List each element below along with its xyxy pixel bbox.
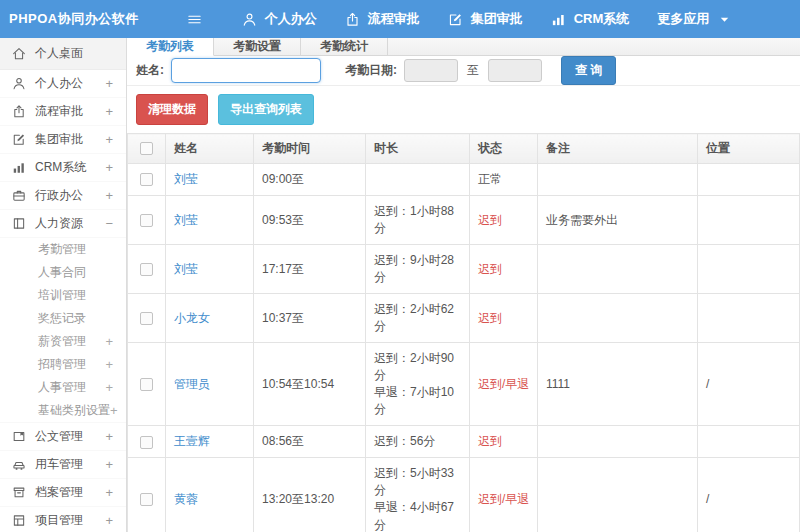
row-select-cell xyxy=(128,458,166,532)
topnav-item[interactable]: CRM系统 xyxy=(537,0,644,38)
employee-name-link[interactable]: 管理员 xyxy=(174,377,210,391)
chart-icon xyxy=(551,11,567,27)
employee-name-link[interactable]: 黄蓉 xyxy=(174,492,198,506)
name-filter-input[interactable] xyxy=(171,58,321,83)
date-filter-label: 考勤日期: xyxy=(345,62,397,79)
location-cell xyxy=(698,196,800,245)
sidebar-subitem[interactable]: 考勤管理 xyxy=(0,238,126,261)
expand-indicator: + xyxy=(105,132,113,147)
tab-bar: 考勤列表考勤设置考勤统计 xyxy=(127,38,800,56)
sidebar-subgroup: 考勤管理人事合同培训管理奖惩记录薪资管理+招聘管理+人事管理+基础类别设置+ xyxy=(0,238,126,423)
export-list-button[interactable]: 导出查询列表 xyxy=(218,94,314,125)
clean-data-button[interactable]: 清理数据 xyxy=(136,94,208,125)
row-checkbox[interactable] xyxy=(140,214,153,227)
sidebar-item-label: CRM系统 xyxy=(35,159,105,176)
tab-考勤列表[interactable]: 考勤列表 xyxy=(127,38,214,56)
sidebar-item[interactable]: 行政办公+ xyxy=(0,182,126,210)
note-cell xyxy=(538,164,698,196)
topnav-item[interactable]: 更多应用 xyxy=(643,0,746,38)
search-button[interactable]: 查 询 xyxy=(561,56,616,85)
row-checkbox[interactable] xyxy=(140,312,153,325)
expand-indicator: + xyxy=(105,485,113,500)
edit-icon xyxy=(12,133,26,147)
sidebar-item[interactable]: 公文管理+ xyxy=(0,423,126,451)
table-row: 刘莹17:17至迟到：9小时28分迟到 xyxy=(128,245,800,294)
sidebar-item-label: 公文管理 xyxy=(35,428,105,445)
expand-indicator: + xyxy=(105,160,113,175)
row-checkbox[interactable] xyxy=(140,378,153,391)
employee-name-link[interactable]: 刘莹 xyxy=(174,213,198,227)
date-to-input[interactable] xyxy=(488,59,542,82)
employee-name-link[interactable]: 王壹辉 xyxy=(174,434,210,448)
row-checkbox[interactable] xyxy=(140,173,153,186)
expand-indicator: + xyxy=(105,457,113,472)
table-body: 刘莹09:00至正常刘莹09:53至迟到：1小时88分迟到业务需要外出刘莹17:… xyxy=(128,164,800,532)
sidebar-subitem[interactable]: 招聘管理+ xyxy=(0,353,126,376)
attendance-table: 姓名考勤时间时长状态备注位置 刘莹09:00至正常刘莹09:53至迟到：1小时8… xyxy=(127,133,800,532)
time-cell: 09:00至 xyxy=(254,164,366,196)
location-cell: / xyxy=(698,343,800,426)
date-from-input[interactable] xyxy=(404,59,458,82)
duration-cell: 迟到：1小时88分 xyxy=(366,196,470,245)
sidebar-item[interactable]: 个人桌面 xyxy=(0,38,126,70)
sidebar-subitem[interactable]: 奖惩记录 xyxy=(0,307,126,330)
sidebar-subitem[interactable]: 基础类别设置+ xyxy=(0,399,126,422)
sidebar-item[interactable]: 流程审批+ xyxy=(0,98,126,126)
topnav-item[interactable]: 个人办公 xyxy=(228,0,331,38)
topnav-item-label: 集团审批 xyxy=(471,10,523,28)
row-checkbox[interactable] xyxy=(140,436,153,449)
row-checkbox[interactable] xyxy=(140,263,153,276)
employee-name-link[interactable]: 刘莹 xyxy=(174,262,198,276)
employee-name-link[interactable]: 小龙女 xyxy=(174,311,210,325)
action-bar: 清理数据 导出查询列表 xyxy=(127,86,800,133)
tab-考勤统计[interactable]: 考勤统计 xyxy=(301,38,388,55)
sidebar-subitem-label: 培训管理 xyxy=(38,287,113,304)
row-checkbox[interactable] xyxy=(140,493,153,506)
status-cell: 正常 xyxy=(470,164,538,196)
sidebar-subitem[interactable]: 培训管理 xyxy=(0,284,126,307)
hamburger-icon[interactable] xyxy=(187,12,202,27)
name-cell: 管理员 xyxy=(166,343,254,426)
topnav-item[interactable]: 集团审批 xyxy=(434,0,537,38)
sidebar-item[interactable]: 项目管理+ xyxy=(0,507,126,532)
status-cell: 迟到 xyxy=(470,426,538,458)
column-header: 状态 xyxy=(470,134,538,164)
table-row: 刘莹09:53至迟到：1小时88分迟到业务需要外出 xyxy=(128,196,800,245)
sidebar-subitem[interactable]: 人事合同 xyxy=(0,261,126,284)
name-cell: 王壹辉 xyxy=(166,426,254,458)
table-row: 刘莹09:00至正常 xyxy=(128,164,800,196)
name-filter-label: 姓名: xyxy=(136,62,164,79)
sidebar-subitem[interactable]: 人事管理+ xyxy=(0,376,126,399)
sidebar-subitem[interactable]: 薪资管理+ xyxy=(0,330,126,353)
column-header: 姓名 xyxy=(166,134,254,164)
expand-indicator: + xyxy=(105,76,113,91)
tab-考勤设置[interactable]: 考勤设置 xyxy=(214,38,301,55)
topnav-item-label: 流程审批 xyxy=(368,10,420,28)
topnav-item-label: 更多应用 xyxy=(657,10,709,28)
sidebar-item[interactable]: 集团审批+ xyxy=(0,126,126,154)
time-cell: 17:17至 xyxy=(254,245,366,294)
home-icon xyxy=(12,47,26,61)
sidebar-item[interactable]: CRM系统+ xyxy=(0,154,126,182)
sidebar-item[interactable]: 档案管理+ xyxy=(0,479,126,507)
workflow-icon xyxy=(12,105,26,119)
sidebar-item[interactable]: 用车管理+ xyxy=(0,451,126,479)
row-select-cell xyxy=(128,426,166,458)
time-cell: 09:53至 xyxy=(254,196,366,245)
select-all-checkbox[interactable] xyxy=(140,142,153,155)
caret-down-icon xyxy=(716,11,732,27)
sidebar-item[interactable]: 个人办公+ xyxy=(0,70,126,98)
sidebar-subitem-label: 人事合同 xyxy=(38,264,113,281)
table-header-row: 姓名考勤时间时长状态备注位置 xyxy=(128,134,800,164)
topnav-item[interactable]: 流程审批 xyxy=(331,0,434,38)
duration-cell: 迟到：5小时33分 早退：4小时67分 xyxy=(366,458,470,532)
archive-icon xyxy=(12,486,26,500)
table-row: 王壹辉08:56至迟到：56分迟到 xyxy=(128,426,800,458)
sidebar-item[interactable]: 人力资源− xyxy=(0,210,126,238)
expand-indicator: + xyxy=(105,188,113,203)
sidebar-item-label: 项目管理 xyxy=(35,512,105,529)
employee-name-link[interactable]: 刘莹 xyxy=(174,172,198,186)
row-select-cell xyxy=(128,245,166,294)
time-cell: 10:37至 xyxy=(254,294,366,343)
note-cell: 1111 xyxy=(538,343,698,426)
